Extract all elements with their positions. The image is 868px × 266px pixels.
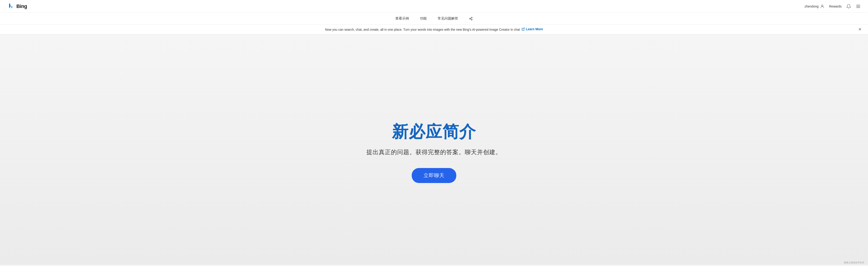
nav-features[interactable]: 功能: [420, 15, 427, 22]
external-link-icon: [522, 28, 525, 31]
svg-point-4: [471, 17, 472, 18]
nav-bar: 查看示例 功能 常见问题解答: [0, 13, 868, 25]
user-menu[interactable]: zhendong: [805, 4, 825, 9]
hamburger-menu-icon[interactable]: [856, 4, 861, 9]
rewards-button[interactable]: Rewards: [829, 5, 842, 8]
main-content: 新必应简介 提出真正的问题。获得完整的答案。聊天并创建。 立即聊天: [0, 34, 868, 265]
header-right: zhendong Rewards: [805, 4, 861, 9]
nav-share[interactable]: [469, 16, 473, 21]
username-text: zhendong: [805, 5, 818, 8]
svg-line-7: [470, 19, 471, 20]
banner-close-button[interactable]: ✕: [857, 26, 863, 32]
notification-icon[interactable]: [846, 4, 851, 9]
user-icon: [820, 4, 825, 9]
learn-more-link[interactable]: Learn More: [522, 27, 543, 31]
share-icon: [469, 17, 473, 21]
nav-see-examples[interactable]: 查看示例: [395, 15, 409, 22]
svg-line-8: [470, 18, 471, 19]
nav-faq[interactable]: 常见问题解答: [438, 15, 458, 22]
main-title: 新必应简介: [392, 121, 476, 143]
svg-point-0: [822, 5, 823, 6]
bing-logo-icon: [7, 3, 14, 10]
logo-area[interactable]: Bing: [7, 3, 27, 10]
main-subtitle: 提出真正的问题。获得完整的答案。聊天并创建。: [366, 148, 502, 156]
announcement-banner: Now you can search, chat, and create, al…: [0, 25, 868, 34]
footer-note: @株土陆金技术社区: [844, 261, 864, 264]
svg-point-5: [469, 18, 470, 19]
svg-point-6: [471, 19, 472, 20]
chat-now-button[interactable]: 立即聊天: [412, 168, 456, 183]
banner-message: Now you can search, chat, and create, al…: [325, 27, 543, 31]
header: Bing zhendong Rewards: [0, 0, 868, 13]
logo-text: Bing: [17, 3, 27, 9]
